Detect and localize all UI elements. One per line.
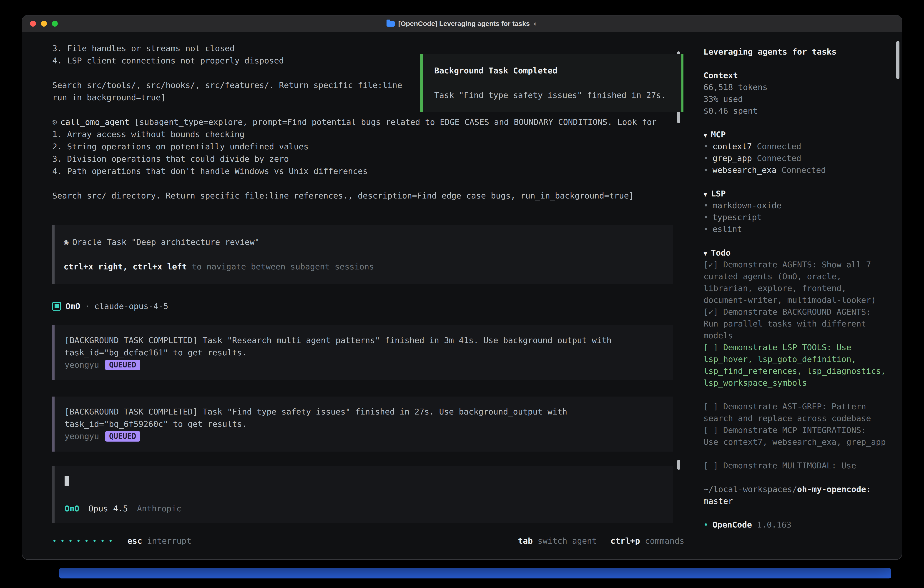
mcp-item: •websearch_exaConnected xyxy=(703,164,888,176)
agent-name: OmO xyxy=(66,300,80,312)
folder-icon xyxy=(386,21,395,26)
ctrlp-key-label: ctrl+p xyxy=(610,536,640,545)
workspace-path: ~/local-workspaces/oh-my-opencode: maste… xyxy=(703,483,888,507)
terminal-window: [OpenCode] Leveraging agents for tasks ◐… xyxy=(22,15,902,560)
gear-icon: ⚙ xyxy=(52,117,57,127)
desktop: [OpenCode] Leveraging agents for tasks ◐… xyxy=(0,0,924,588)
close-button[interactable] xyxy=(30,21,36,26)
message-meta: yeongyu QUEUED xyxy=(64,359,660,371)
prompt-input[interactable]: OmO Opus 4.5 Anthropic xyxy=(52,466,673,523)
chat-area: 3. File handles or streams not closed 4.… xyxy=(22,32,689,559)
oracle-hint-text: to navigate between subagent sessions xyxy=(187,262,374,271)
agent-checkbox-icon xyxy=(52,302,61,311)
status-bar: •••••••• esc interrupt tab switch agent … xyxy=(52,535,684,547)
log-line-blank xyxy=(52,177,673,190)
session-sidebar: Leveraging agents for tasks Context 66,5… xyxy=(689,32,902,559)
opencode-version: 1.0.163 xyxy=(757,520,792,529)
bullet-icon: • xyxy=(703,165,708,175)
message-author: yeongyu xyxy=(64,430,99,443)
message-line: [BACKGROUND TASK COMPLETED] Task "Resear… xyxy=(64,334,660,347)
sidebar-scrollbar-thumb[interactable] xyxy=(896,41,899,79)
esc-action-label: interrupt xyxy=(142,536,191,545)
oracle-task-panel[interactable]: ◉Oracle Task "Deep architecture review" … xyxy=(52,225,673,284)
tool-call-line: ⚙call_omo_agent [subagent_type=explore, … xyxy=(52,116,673,128)
model-info-row: OmO Opus 4.5 Anthropic xyxy=(64,502,663,515)
bullet-icon: • xyxy=(703,142,708,151)
chevron-down-icon: ▼ xyxy=(703,249,707,257)
lsp-item: •markdown-oxide xyxy=(703,200,888,211)
oracle-hint-keys: ctrl+x right, ctrl+x left xyxy=(64,262,187,271)
todo-item-pending: [ ] Demonstrate MULTIMODAL: Use xyxy=(703,460,888,472)
moon-spinner-icon: ◐ xyxy=(533,20,538,28)
commands-hint: ctrl+p commands xyxy=(610,535,684,547)
active-model-provider: Anthropic xyxy=(137,502,181,515)
window-title-text: [OpenCode] Leveraging agents for tasks xyxy=(398,20,530,28)
background-window-strip xyxy=(59,568,891,578)
bullet-icon: • xyxy=(703,201,708,210)
esc-hint: esc interrupt xyxy=(127,535,191,547)
context-spent: $0.46 spent xyxy=(703,105,888,117)
bullet-icon: • xyxy=(703,213,708,222)
mcp-section-header[interactable]: ▼MCP xyxy=(703,129,888,140)
todo-item-done: [✓] Demonstrate BACKGROUND AGENTS: Run p… xyxy=(703,306,888,342)
message-line: task_id="bg_dcfac161" to get results. xyxy=(64,347,660,359)
text-cursor xyxy=(64,476,69,486)
traffic-lights xyxy=(30,15,58,32)
active-model-name: Opus 4.5 xyxy=(88,502,128,515)
minimize-button[interactable] xyxy=(41,21,47,26)
message-line: [BACKGROUND TASK COMPLETED] Task "Find t… xyxy=(64,406,660,418)
chat-log: 3. File handles or streams not closed 4.… xyxy=(52,42,673,523)
chevron-down-icon: ▼ xyxy=(703,131,707,139)
toast-blank-line xyxy=(434,77,670,89)
mcp-item: •context7Connected xyxy=(703,140,888,152)
bullet-icon: • xyxy=(703,520,708,529)
context-used: 33% used xyxy=(703,93,888,105)
agent-separator: · xyxy=(85,300,90,312)
window-titlebar: [OpenCode] Leveraging agents for tasks ◐ xyxy=(22,15,902,32)
session-title: Leveraging agents for tasks xyxy=(703,46,888,58)
oracle-blank-line xyxy=(64,248,664,261)
context-tokens: 66,518 tokens xyxy=(703,81,888,93)
oracle-hint: ctrl+x right, ctrl+x left to navigate be… xyxy=(64,261,664,273)
message-meta: yeongyu QUEUED xyxy=(64,430,660,443)
commands-action-label: commands xyxy=(640,536,684,545)
lsp-section-header[interactable]: ▼LSP xyxy=(703,188,888,200)
status-bar-right: tab switch agent ctrl+p commands xyxy=(518,535,684,547)
lsp-item: •typescript xyxy=(703,211,888,223)
todo-item-done: [✓] Demonstrate AGENTS: Show all 7 curat… xyxy=(703,259,888,306)
chevron-down-icon: ▼ xyxy=(703,190,707,198)
toast-body: Task "Find type safety issues" finished … xyxy=(434,89,670,101)
log-line: 4. Path operations that don't handle Win… xyxy=(52,165,673,177)
oracle-task-title: ◉Oracle Task "Deep architecture review" xyxy=(64,236,664,248)
log-line: 3. File handles or streams not closed xyxy=(52,42,673,55)
workspace-path-name: oh-my-opencode: xyxy=(797,484,871,494)
tab-key-label: tab xyxy=(518,536,533,545)
subagent-session-header[interactable]: OmO · claude-opus-4-5 xyxy=(52,300,673,312)
lsp-item: •eslint xyxy=(703,223,888,235)
active-agent-name: OmO xyxy=(64,502,79,515)
message-block: [BACKGROUND TASK COMPLETED] Task "Resear… xyxy=(52,325,673,380)
status-badge: QUEUED xyxy=(105,431,140,441)
notification-toast[interactable]: Background Task Completed Task "Find typ… xyxy=(420,54,683,112)
mcp-item: •grep_appConnected xyxy=(703,152,888,164)
log-line: Search src/ directory. Return specific f… xyxy=(52,190,673,202)
zoom-button[interactable] xyxy=(52,21,58,26)
record-icon: ◉ xyxy=(64,237,69,247)
opencode-name: OpenCode xyxy=(713,520,752,529)
esc-key-label: esc xyxy=(127,536,142,545)
todo-section-header[interactable]: ▼Todo xyxy=(703,247,888,259)
todo-item-pending: [ ] Demonstrate AST-GREP: Pattern search… xyxy=(703,401,888,424)
message-block: [BACKGROUND TASK COMPLETED] Task "Find t… xyxy=(52,396,673,452)
opencode-version-row: •OpenCode1.0.163 xyxy=(703,519,888,531)
prompt-input-line[interactable] xyxy=(64,474,663,487)
log-line: 3. Division operations that could divide… xyxy=(52,153,673,165)
log-line: 2. String operations on potentially unde… xyxy=(52,140,673,153)
workspace-path-prefix: ~/local-workspaces/ xyxy=(703,484,797,494)
window-title: [OpenCode] Leveraging agents for tasks ◐ xyxy=(386,20,538,28)
status-badge: QUEUED xyxy=(105,360,140,370)
context-heading: Context xyxy=(703,69,888,81)
chat-scrollbar-thumb[interactable] xyxy=(677,460,680,470)
log-line: 1. Array access without bounds checking xyxy=(52,128,673,140)
tab-action-label: switch agent xyxy=(533,536,597,545)
bullet-icon: • xyxy=(703,154,708,163)
